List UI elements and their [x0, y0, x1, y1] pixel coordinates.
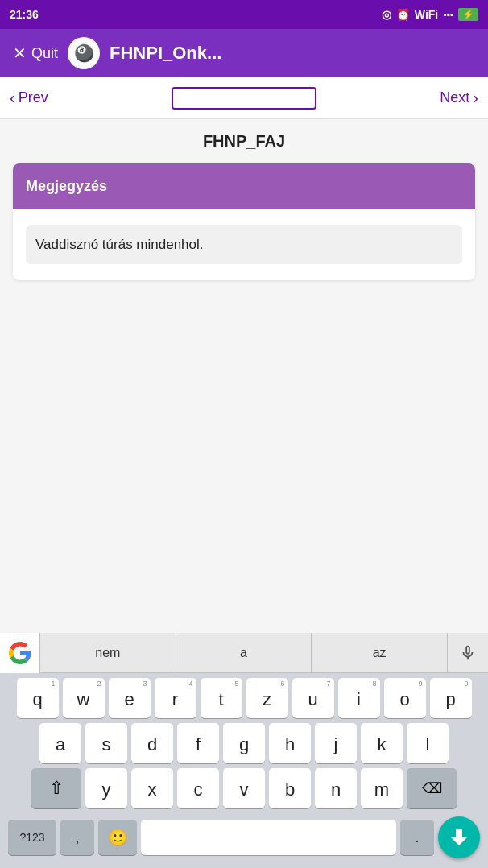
mic-button[interactable]	[448, 633, 488, 673]
key-c[interactable]: c	[177, 768, 219, 808]
notes-input[interactable]	[26, 225, 462, 264]
key-k[interactable]: k	[361, 723, 403, 763]
key-z[interactable]: 6z	[246, 678, 288, 718]
chevron-left-icon: ‹	[10, 89, 15, 107]
key-m[interactable]: m	[361, 768, 403, 808]
prev-label: Prev	[19, 89, 48, 106]
status-time: 21:36	[10, 8, 39, 21]
keyboard: nem a az 1q 2w 3e 4r 5t 6z 7u 8i 9o 0p a…	[0, 633, 488, 868]
period-key[interactable]: .	[400, 820, 434, 855]
key-w[interactable]: 2w	[63, 678, 105, 718]
quit-button[interactable]: ✕ Quit	[13, 43, 58, 63]
shift-key[interactable]: ⇧	[31, 768, 81, 808]
signal-icon: ▪▪▪	[443, 9, 453, 20]
key-row-3: ⇧ y x c v b n m ⌫	[3, 768, 485, 808]
key-f[interactable]: f	[177, 723, 219, 763]
suggestion-nem[interactable]: nem	[40, 633, 176, 672]
key-d[interactable]: d	[131, 723, 173, 763]
chevron-right-icon: ›	[473, 89, 478, 107]
key-a[interactable]: a	[39, 723, 81, 763]
key-h[interactable]: h	[269, 723, 311, 763]
prev-button[interactable]: ‹ Prev	[10, 89, 48, 107]
sym-key[interactable]: ?123	[8, 820, 56, 855]
key-g[interactable]: g	[223, 723, 265, 763]
alarm-icon: ⏰	[396, 8, 410, 21]
key-s[interactable]: s	[85, 723, 127, 763]
card-header-title: Megjegyzés	[26, 178, 107, 194]
key-j[interactable]: j	[315, 723, 357, 763]
wifi-icon: WiFi	[415, 8, 438, 21]
suggestion-az[interactable]: az	[312, 633, 448, 672]
key-r[interactable]: 4r	[155, 678, 196, 718]
form-card: Megjegyzés	[13, 163, 475, 280]
comma-key[interactable]: ,	[60, 820, 94, 855]
form-title: FHNP_FAJ	[13, 132, 475, 151]
app-title: FHNPI_Onk...	[110, 43, 221, 64]
key-y[interactable]: y	[85, 768, 127, 808]
nav-bar: ‹ Prev Next ›	[0, 77, 488, 119]
keys-area: 1q 2w 3e 4r 5t 6z 7u 8i 9o 0p a s d f g …	[0, 673, 488, 868]
app-header: ✕ Quit 🎱 FHNPI_Onk...	[0, 29, 488, 77]
card-body	[13, 209, 475, 280]
key-l[interactable]: l	[407, 723, 449, 763]
spacebar[interactable]	[141, 820, 396, 855]
key-e[interactable]: 3e	[109, 678, 151, 718]
status-bar: 21:36 ◎ ⏰ WiFi ▪▪▪ ⚡	[0, 0, 488, 29]
next-label: Next	[440, 89, 469, 106]
quit-icon: ✕	[13, 43, 27, 63]
key-row-1: 1q 2w 3e 4r 5t 6z 7u 8i 9o 0p	[3, 678, 485, 718]
key-o[interactable]: 9o	[384, 678, 426, 718]
app-logo: 🎱	[68, 37, 100, 69]
main-content: FHNP_FAJ Megjegyzés	[0, 119, 488, 293]
key-n[interactable]: n	[315, 768, 357, 808]
suggestions-row: nem a az	[0, 633, 488, 673]
delete-key[interactable]: ⌫	[407, 768, 457, 808]
enter-key[interactable]	[438, 816, 480, 858]
key-v[interactable]: v	[223, 768, 265, 808]
google-logo	[0, 633, 40, 673]
key-b[interactable]: b	[269, 768, 311, 808]
card-header: Megjegyzés	[13, 163, 475, 209]
key-p[interactable]: 0p	[430, 678, 472, 718]
quit-label: Quit	[31, 45, 58, 62]
bottom-row: ?123 , 🙂 .	[3, 813, 485, 865]
battery-icon: ⚡	[458, 8, 478, 21]
shazam-icon: ◎	[382, 8, 391, 21]
key-row-2: a s d f g h j k l	[3, 723, 485, 763]
key-x[interactable]: x	[131, 768, 173, 808]
progress-bar	[172, 87, 316, 110]
logo-icon: 🎱	[74, 43, 94, 63]
key-q[interactable]: 1q	[17, 678, 59, 718]
key-i[interactable]: 8i	[338, 678, 380, 718]
next-button[interactable]: Next ›	[440, 89, 478, 107]
emoji-key[interactable]: 🙂	[98, 820, 137, 855]
key-u[interactable]: 7u	[292, 678, 334, 718]
key-t[interactable]: 5t	[201, 678, 242, 718]
suggestion-a[interactable]: a	[176, 633, 312, 672]
